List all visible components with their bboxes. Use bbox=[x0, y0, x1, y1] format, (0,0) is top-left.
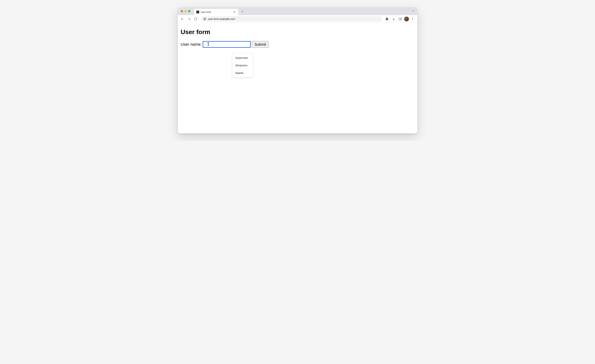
browser-menu-button[interactable] bbox=[410, 16, 416, 22]
window-minimize-button[interactable] bbox=[184, 10, 187, 12]
tab-favicon bbox=[196, 11, 199, 14]
new-tab-button[interactable]: ＋ bbox=[240, 9, 245, 14]
address-url: user-form.example.com bbox=[208, 17, 235, 21]
browser-window: User form ✕ ＋ user-form.example.com bbox=[178, 7, 417, 133]
tab-bar: User form ✕ ＋ bbox=[178, 7, 417, 15]
address-bar[interactable]: user-form.example.com bbox=[201, 16, 382, 22]
site-info-icon[interactable] bbox=[203, 17, 206, 21]
browser-toolbar: user-form.example.com bbox=[178, 15, 417, 23]
submit-button[interactable]: Submit bbox=[252, 41, 269, 48]
back-button[interactable] bbox=[180, 16, 185, 22]
toolbar-right bbox=[384, 16, 416, 22]
autocomplete-option[interactable]: Superman bbox=[232, 54, 253, 62]
autocomplete-option[interactable]: Sparta bbox=[232, 69, 253, 77]
forward-button[interactable] bbox=[186, 16, 192, 22]
window-close-button[interactable] bbox=[181, 10, 183, 12]
side-panel-button[interactable] bbox=[397, 16, 403, 22]
tab-close-button[interactable]: ✕ bbox=[233, 11, 236, 14]
tab-search-button[interactable] bbox=[412, 10, 415, 13]
reload-button[interactable] bbox=[193, 16, 198, 22]
autocomplete-dropdown: Superman Simpsons Sparta bbox=[232, 53, 253, 77]
user-form: User name: Submit bbox=[181, 41, 414, 48]
profile-avatar[interactable] bbox=[404, 17, 409, 21]
username-input[interactable] bbox=[203, 41, 251, 48]
page-title: User form bbox=[181, 28, 414, 35]
window-controls bbox=[181, 10, 190, 12]
autocomplete-option[interactable]: Simpsons bbox=[232, 62, 253, 69]
svg-rect-6 bbox=[399, 18, 402, 20]
username-label: User name: bbox=[181, 42, 202, 47]
extensions-button[interactable] bbox=[384, 16, 390, 22]
page-content: User form User name: Submit Superman Sim… bbox=[178, 23, 417, 133]
tab-title: User form bbox=[201, 11, 232, 14]
browser-tab[interactable]: User form ✕ bbox=[194, 9, 238, 15]
downloads-button[interactable] bbox=[391, 16, 396, 22]
window-maximize-button[interactable] bbox=[188, 10, 190, 12]
